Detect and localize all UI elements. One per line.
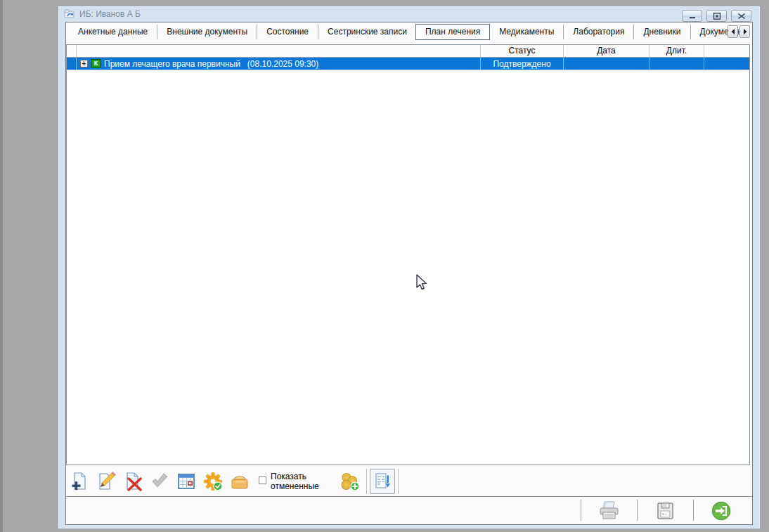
close-button[interactable] xyxy=(731,10,751,22)
client-area: Анкетные данные Внешние документы Состоя… xyxy=(65,22,753,525)
printer-icon xyxy=(597,500,620,521)
tab-plan-lecheniya[interactable]: План лечения xyxy=(415,24,490,40)
tab-laboratoriya[interactable]: Лаборатория xyxy=(563,25,633,39)
maximize-button[interactable] xyxy=(706,10,727,22)
tab-sestrinskie-zapisi[interactable]: Сестринские записи xyxy=(318,25,416,39)
schedule-grid-button[interactable] xyxy=(173,468,200,495)
tab-scroll-left-button[interactable] xyxy=(728,25,738,38)
print-button[interactable] xyxy=(597,499,621,523)
header-duration-column[interactable]: Длит. xyxy=(650,45,704,57)
edit-document-button[interactable] xyxy=(93,468,119,495)
titlebar[interactable]: ИБ: Иванов А Б xyxy=(58,6,760,22)
row-name-text: Прием лечащего врача первичный (08.10.20… xyxy=(104,59,318,69)
show-cancelled-checkbox[interactable] xyxy=(259,476,266,484)
minimize-icon xyxy=(688,13,697,20)
minimize-button[interactable] xyxy=(682,10,702,22)
plan-toolbar: Показать отмененные xyxy=(66,465,752,497)
consultation-type-icon: К xyxy=(91,59,101,68)
new-document-button[interactable] xyxy=(66,468,93,495)
row-empty-cell xyxy=(704,58,749,70)
desktop-edge xyxy=(0,0,3,532)
archive-box-button[interactable] xyxy=(226,468,253,495)
settings-gear-button[interactable] xyxy=(200,468,226,495)
schedule-grid-icon xyxy=(176,472,196,491)
add-payment-button[interactable] xyxy=(337,468,363,495)
new-document-icon xyxy=(70,472,89,491)
footer-bar xyxy=(66,497,752,524)
tab-dnevniki[interactable]: Дневники xyxy=(633,25,690,39)
app-icon xyxy=(64,8,75,20)
delete-document-icon xyxy=(123,472,143,491)
tab-strip: Анкетные данные Внешние документы Состоя… xyxy=(66,22,752,41)
header-name-column[interactable] xyxy=(77,45,481,57)
tab-anketnye-dannye[interactable]: Анкетные данные xyxy=(69,25,157,39)
footer-separator xyxy=(637,500,638,521)
row-date-cell xyxy=(564,58,650,70)
row-duration-cell xyxy=(650,58,704,70)
tab-medikamenty[interactable]: Медикаменты xyxy=(489,25,563,39)
print-list-button[interactable] xyxy=(370,469,395,494)
close-icon xyxy=(737,13,746,20)
tab-scroll-right-icon xyxy=(742,29,748,34)
header-status-column[interactable]: Статус xyxy=(481,45,564,57)
row-name-cell: + К Прием лечащего врача первичный (08.1… xyxy=(77,58,481,70)
toolbar-separator xyxy=(398,469,399,494)
treatment-plan-grid: Статус Дата Длит. + К Прием лечащего вра… xyxy=(66,44,750,465)
save-floppy-icon xyxy=(655,501,675,521)
table-row[interactable]: + К Прием лечащего врача первичный (08.1… xyxy=(67,58,749,70)
row-indicator-cell xyxy=(67,58,77,70)
toolbar-separator xyxy=(366,469,367,494)
add-payment-coins-icon xyxy=(340,472,360,491)
footer-separator xyxy=(581,500,581,521)
maximize-icon xyxy=(713,13,721,20)
tab-scroll-right-button[interactable] xyxy=(739,25,750,38)
tab-scroll-left-icon xyxy=(730,29,736,34)
print-list-icon xyxy=(373,472,392,491)
footer-separator xyxy=(693,500,694,521)
confirm-check-button[interactable] xyxy=(146,468,173,495)
edit-document-icon xyxy=(96,472,116,491)
patient-record-window: ИБ: Иванов А Б Анкетные xyxy=(58,6,761,529)
header-date-column[interactable]: Дата xyxy=(564,45,650,57)
tab-sostoyanie[interactable]: Состояние xyxy=(257,25,318,39)
grid-header: Статус Дата Длит. xyxy=(67,45,749,58)
exit-icon xyxy=(711,500,732,521)
save-button[interactable] xyxy=(653,499,677,523)
archive-box-icon xyxy=(230,472,250,491)
header-indicator-column xyxy=(67,45,77,57)
tab-vneshnie-dokumenty[interactable]: Внешние документы xyxy=(157,25,257,39)
show-cancelled-option: Показать отмененные xyxy=(259,472,327,491)
show-cancelled-label: Показать отмененные xyxy=(271,472,327,491)
row-status-cell: Подтверждено xyxy=(481,58,564,70)
delete-document-button[interactable] xyxy=(119,468,146,495)
window-title: ИБ: Иванов А Б xyxy=(79,9,141,19)
expand-plus-icon[interactable]: + xyxy=(80,60,88,67)
exit-button[interactable] xyxy=(709,499,733,523)
confirm-check-icon xyxy=(150,472,169,491)
header-empty-column xyxy=(704,45,749,57)
settings-gear-icon xyxy=(203,472,223,491)
